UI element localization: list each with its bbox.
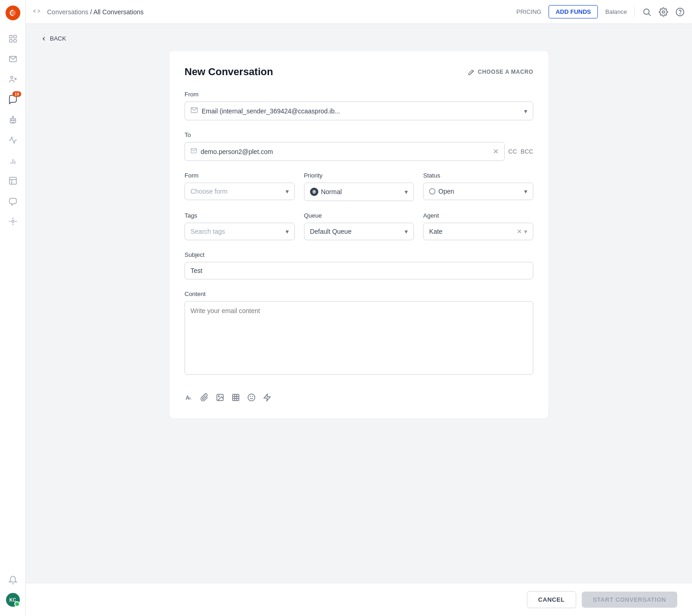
agent-dropdown[interactable]: Kate ✕ ▾ (423, 223, 533, 240)
queue-chevron-icon: ▾ (405, 228, 408, 235)
back-link[interactable]: BACK (41, 35, 677, 42)
settings-icon[interactable] (659, 7, 668, 17)
tags-label: Tags (185, 212, 295, 219)
sidebar-item-inbox[interactable] (4, 50, 22, 68)
pricing-link[interactable]: PRICING (516, 8, 541, 15)
to-email-icon (191, 148, 197, 155)
from-field-group: From Email (internal_sender_369424@ccaas… (185, 91, 533, 120)
sidebar-item-contacts[interactable] (4, 70, 22, 89)
status-label: Status (423, 172, 533, 179)
tags-queue-agent-row: Tags Search tags ▾ Queue Default Queue ▾… (185, 212, 533, 240)
content-label: Content (185, 290, 533, 297)
status-chevron-icon: ▾ (524, 188, 527, 195)
sidebar-item-analytics[interactable] (4, 131, 22, 149)
status-badge: Open (429, 188, 454, 195)
app-logo[interactable] (6, 6, 20, 20)
svg-point-6 (11, 76, 13, 78)
to-field[interactable]: demo.person2@plet.com ✕ (185, 142, 505, 161)
svg-point-14 (12, 220, 14, 223)
svg-rect-29 (233, 394, 239, 401)
form-field-label: Form (185, 172, 295, 179)
status-dropdown[interactable]: Open ▾ (423, 183, 533, 200)
subject-field-group: Subject (185, 251, 533, 279)
expand-collapse-icon[interactable] (33, 7, 42, 17)
subject-label: Subject (185, 251, 533, 258)
agent-field-group: Agent Kate ✕ ▾ (423, 212, 533, 240)
sidebar-nav: 19 (0, 30, 25, 571)
svg-point-34 (248, 394, 255, 401)
start-conversation-button[interactable]: START CONVERSATION (582, 592, 677, 608)
emoji-icon[interactable] (247, 393, 256, 403)
form-field-group: Form Choose form ▾ (185, 172, 295, 201)
choose-macro-button[interactable]: CHOOSE A MACRO (468, 68, 533, 76)
svg-point-10 (12, 116, 13, 118)
cancel-button[interactable]: CANCEL (527, 591, 576, 608)
svg-rect-24 (314, 193, 315, 194)
help-icon[interactable] (675, 7, 685, 17)
agent-clear-icon[interactable]: ✕ (517, 228, 522, 235)
search-icon[interactable] (642, 7, 651, 17)
from-label: From (185, 91, 533, 98)
queue-dropdown[interactable]: Default Queue ▾ (304, 223, 414, 240)
sidebar-item-messages[interactable] (4, 192, 22, 210)
svg-rect-23 (314, 190, 315, 192)
svg-point-8 (11, 120, 12, 121)
tags-dropdown[interactable]: Search tags ▾ (185, 223, 295, 240)
svg-text:A: A (189, 397, 191, 401)
form-dropdown[interactable]: Choose form ▾ (185, 183, 295, 200)
sidebar-item-notifications[interactable] (4, 571, 22, 589)
form-chevron-icon: ▾ (286, 188, 289, 195)
cc-button[interactable]: CC (508, 148, 517, 155)
svg-line-16 (649, 13, 651, 16)
priority-badge: Normal (310, 188, 342, 196)
priority-chevron-icon: ▾ (405, 188, 408, 195)
breadcrumb: Conversations / All Conversations (47, 8, 143, 16)
status-field-group: Status Open ▾ (423, 172, 533, 201)
sidebar-item-conversations[interactable]: 19 (4, 90, 22, 109)
main-area: Conversations / All Conversations PRICIN… (26, 0, 692, 616)
subject-input[interactable] (185, 262, 533, 279)
svg-rect-2 (13, 36, 16, 38)
sidebar-item-reports[interactable] (4, 172, 22, 190)
conversation-badge: 19 (12, 91, 21, 97)
priority-label: Priority (304, 172, 414, 179)
to-label: To (185, 131, 533, 138)
bcc-button[interactable]: BCC (521, 148, 533, 155)
svg-rect-1 (9, 36, 12, 38)
attachment-icon[interactable] (200, 393, 209, 403)
svg-point-9 (13, 120, 15, 121)
svg-rect-11 (9, 178, 16, 184)
svg-point-17 (662, 11, 665, 13)
add-funds-button[interactable]: ADD FUNDS (549, 5, 598, 18)
priority-dropdown[interactable]: Normal ▾ (304, 183, 414, 201)
svg-point-15 (644, 9, 649, 14)
divider (634, 6, 635, 18)
content-field-group: Content (185, 290, 533, 377)
svg-marker-37 (264, 394, 270, 401)
sidebar-item-bots[interactable] (4, 111, 22, 129)
agent-label: Agent (423, 212, 533, 219)
to-email-value: demo.person2@plet.com (201, 148, 489, 155)
image-icon[interactable] (216, 393, 224, 403)
clear-to-button[interactable]: ✕ (493, 147, 499, 156)
page-content: BACK New Conversation CHOOSE A MACRO Fro… (26, 24, 692, 583)
sidebar: 19 KC (0, 0, 26, 616)
form-priority-status-row: Form Choose form ▾ Priority Normal (185, 172, 533, 201)
table-icon[interactable] (232, 393, 240, 403)
svg-rect-4 (13, 40, 16, 42)
status-dot-icon (429, 188, 435, 195)
sidebar-item-campaigns[interactable] (4, 151, 22, 170)
tags-field-group: Tags Search tags ▾ (185, 212, 295, 240)
topbar: Conversations / All Conversations PRICIN… (26, 0, 692, 24)
priority-field-group: Priority Normal ▾ (304, 172, 414, 201)
card-header: New Conversation CHOOSE A MACRO (185, 66, 533, 78)
text-format-icon[interactable]: AA (185, 393, 193, 403)
to-field-group: To demo.person2@plet.com ✕ CC BCC (185, 131, 533, 161)
from-dropdown[interactable]: Email (internal_sender_369424@ccaasprod.… (185, 101, 533, 120)
agent-chevron-icon[interactable]: ▾ (524, 228, 527, 235)
lightning-icon[interactable] (263, 393, 271, 403)
user-avatar[interactable]: KC (6, 593, 20, 607)
content-textarea[interactable] (185, 301, 533, 375)
sidebar-item-dashboard[interactable] (4, 30, 22, 48)
sidebar-item-integrations[interactable] (4, 212, 22, 231)
